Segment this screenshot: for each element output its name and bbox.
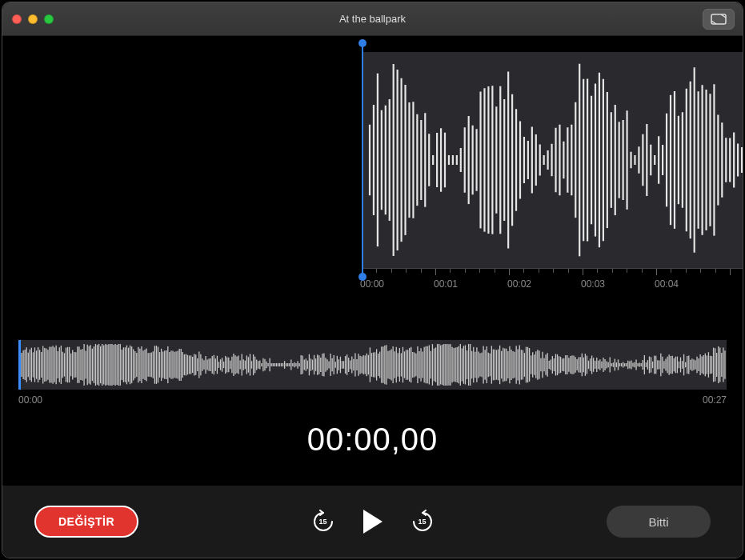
current-time-display: 00:00,00 (2, 422, 743, 458)
detail-waveform-area: 00:0000:0100:0200:0300:04 (2, 36, 743, 300)
done-button[interactable]: Bitti (607, 506, 711, 538)
overview-waveform[interactable] (18, 340, 727, 390)
replace-button[interactable]: DEĞİŞTİR (34, 506, 138, 538)
overview-end-time: 00:27 (703, 394, 727, 406)
play-button[interactable] (358, 507, 387, 536)
overview-playhead[interactable] (18, 340, 21, 390)
detail-waveform[interactable] (362, 52, 743, 268)
timeline-ruler[interactable]: 00:0000:0100:0200:0300:04 (362, 268, 743, 300)
titlebar: At the ballpark (2, 2, 743, 36)
window-controls (12, 14, 54, 24)
detail-waveform-container[interactable] (2, 52, 743, 268)
play-icon (361, 508, 385, 535)
playback-controls-bar: DEĞİŞTİR 15 15 (2, 486, 743, 558)
window-title: At the ballpark (2, 13, 743, 25)
trim-button[interactable] (703, 9, 735, 30)
skip-forward-seconds: 15 (418, 518, 426, 526)
voice-memo-editor-window: At the ballpark 00:0000:0100:0200:0300:0… (2, 2, 743, 558)
overview-start-time: 00:00 (18, 394, 42, 406)
skip-back-seconds: 15 (318, 518, 326, 526)
minimize-window-button[interactable] (28, 14, 38, 24)
transport-controls: 15 15 (310, 507, 435, 536)
overview-time-labels: 00:00 00:27 (18, 394, 727, 406)
skip-back-15-button[interactable]: 15 (310, 509, 336, 534)
close-window-button[interactable] (12, 14, 22, 24)
done-button-label: Bitti (648, 515, 668, 529)
trim-icon (710, 13, 727, 26)
zoom-window-button[interactable] (44, 14, 54, 24)
skip-forward-15-button[interactable]: 15 (410, 509, 435, 534)
replace-button-label: DEĞİŞTİR (58, 515, 114, 528)
playhead[interactable] (362, 44, 363, 276)
